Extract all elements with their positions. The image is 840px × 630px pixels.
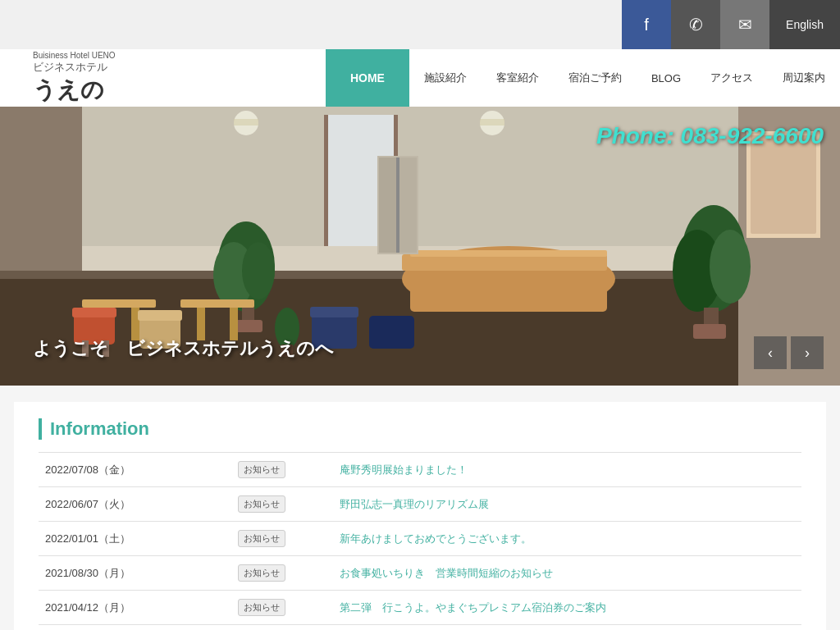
- svg-rect-11: [751, 135, 816, 234]
- table-row: 2021/08/30（月） お知らせ お食事処いちりき 営業時間短縮のお知らせ: [39, 556, 801, 591]
- info-link[interactable]: お食事処いちりき 営業時間短縮のお知らせ: [340, 567, 553, 579]
- table-row: 2022/06/07（火） お知らせ 野田弘志一真理のリアリズム展: [39, 487, 801, 522]
- info-content: 第二弾 行こうよ。やまぐちプレミアム宿泊券のご案内: [333, 591, 801, 625]
- hero-banner: Phone: 083-922-6600 ようこそ ビジネスホテルうえのへ ‹ ›: [0, 107, 840, 386]
- info-badge-cell: お知らせ: [231, 556, 333, 591]
- svg-rect-50: [396, 158, 399, 253]
- top-bar: f ✆ ✉ English: [0, 0, 840, 49]
- svg-rect-48: [379, 158, 397, 253]
- svg-rect-32: [72, 308, 116, 317]
- nav-surroundings[interactable]: 周辺案内: [768, 49, 840, 107]
- info-badge: お知らせ: [238, 564, 285, 582]
- hero-next-button[interactable]: ›: [791, 336, 824, 369]
- info-link[interactable]: 新年あけましておめでとうございます。: [340, 532, 532, 545]
- info-content: 新年あけましておめでとうございます。: [333, 522, 801, 556]
- language-switcher[interactable]: English: [769, 0, 840, 49]
- information-title: Information: [39, 418, 801, 440]
- info-date: 2021/04/12（月）: [39, 591, 231, 625]
- info-link[interactable]: 庵野秀明展始まりました！: [340, 463, 468, 476]
- svg-rect-49: [399, 158, 417, 253]
- info-content: お食事処いちりき 営業時間短縮のお知らせ: [333, 556, 801, 591]
- info-date: 2022/06/07（火）: [39, 487, 231, 522]
- info-content: 庵野秀明展始まりました！: [333, 453, 801, 487]
- svg-rect-34: [310, 307, 358, 317]
- logo-area: Buisiness Hotel UENO ビジネスホテル うえの: [0, 51, 230, 106]
- info-badge: お知らせ: [238, 461, 285, 478]
- info-badge: お知らせ: [238, 599, 285, 616]
- nav-reservation[interactable]: 宿泊ご予約: [554, 49, 637, 107]
- info-date: 2021/08/30（月）: [39, 556, 231, 591]
- svg-rect-29: [197, 308, 205, 340]
- info-badge-cell: お知らせ: [231, 591, 333, 625]
- header: Buisiness Hotel UENO ビジネスホテル うえの HOME 施設…: [0, 49, 840, 107]
- logo-prefix: ビジネスホテル: [33, 60, 230, 75]
- info-badge-cell: お知らせ: [231, 522, 333, 556]
- top-bar-icons: f ✆ ✉ English: [622, 0, 840, 49]
- table-row: 2022/01/01（土） お知らせ 新年あけましておめでとうございます。: [39, 522, 801, 556]
- info-date: 2022/01/01（土）: [39, 522, 231, 556]
- svg-rect-25: [82, 299, 156, 308]
- svg-rect-39: [138, 310, 182, 321]
- svg-rect-30: [230, 308, 238, 340]
- info-link[interactable]: 野田弘志一真理のリアリズム展: [340, 498, 489, 510]
- info-date: 2022/07/08（金）: [39, 453, 231, 487]
- logo-en: Buisiness Hotel UENO: [33, 51, 230, 60]
- logo-ja: うえの: [33, 75, 230, 106]
- svg-rect-44: [480, 119, 504, 126]
- information-table: 2022/07/08（金） お知らせ 庵野秀明展始まりました！ 2022/06/…: [39, 452, 801, 625]
- nav-access[interactable]: アクセス: [696, 49, 768, 107]
- nav-blog[interactable]: BLOG: [637, 49, 696, 107]
- table-row: 2022/07/08（金） お知らせ 庵野秀明展始まりました！: [39, 453, 801, 487]
- svg-rect-28: [180, 299, 254, 308]
- svg-point-17: [242, 242, 275, 299]
- svg-rect-35: [369, 316, 414, 349]
- info-badge: お知らせ: [238, 530, 285, 547]
- nav-facilities[interactable]: 施設紹介: [409, 49, 482, 107]
- svg-point-22: [710, 230, 751, 304]
- hero-prev-button[interactable]: ‹: [754, 336, 787, 369]
- facebook-icon[interactable]: f: [622, 0, 671, 49]
- svg-rect-43: [234, 119, 258, 126]
- info-badge-cell: お知らせ: [231, 453, 333, 487]
- main-nav: HOME 施設紹介 客室紹介 宿泊ご予約 BLOG アクセス 周辺案内: [230, 49, 840, 107]
- info-badge: お知らせ: [238, 495, 285, 513]
- svg-rect-8: [410, 250, 607, 257]
- nav-home[interactable]: HOME: [326, 49, 409, 107]
- info-badge-cell: お知らせ: [231, 487, 333, 522]
- svg-rect-19: [234, 320, 262, 332]
- table-row: 2021/04/12（月） お知らせ 第二弾 行こうよ。やまぐちプレミアム宿泊券…: [39, 591, 801, 625]
- nav-rooms[interactable]: 客室紹介: [482, 49, 554, 107]
- info-content: 野田弘志一真理のリアリズム展: [333, 487, 801, 522]
- hero-phone: Phone: 083-922-6600: [596, 123, 824, 149]
- info-link[interactable]: 第二弾 行こうよ。やまぐちプレミアム宿泊券のご案内: [340, 601, 606, 614]
- svg-rect-24: [693, 324, 726, 339]
- phone-icon[interactable]: ✆: [671, 0, 720, 49]
- email-icon[interactable]: ✉: [720, 0, 769, 49]
- main-content: Information 2022/07/08（金） お知らせ 庵野秀明展始まりま…: [14, 402, 826, 630]
- hero-welcome-text: ようこそ ビジネスホテルうえのへ: [33, 336, 334, 361]
- svg-rect-13: [324, 115, 328, 246]
